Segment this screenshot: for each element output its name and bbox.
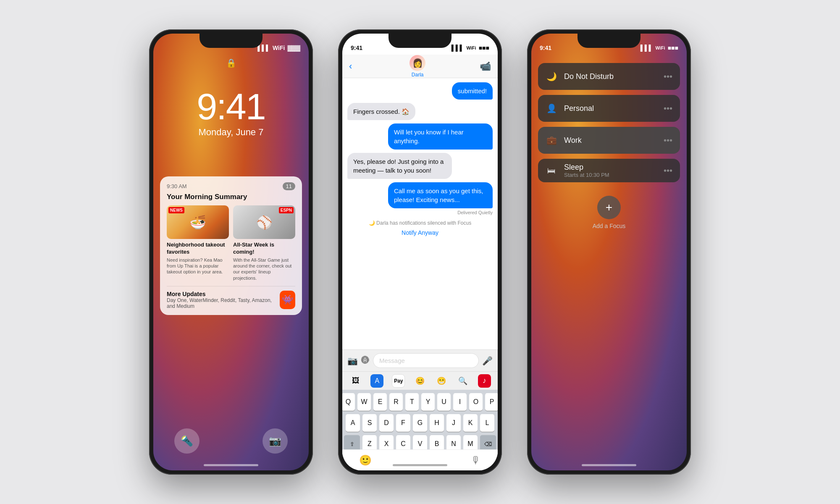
home-indicator-2[interactable]	[393, 464, 447, 466]
key-k[interactable]: K	[463, 414, 478, 432]
app-store-icon[interactable]: 🅐	[361, 356, 370, 365]
status-icons-3: ▌▌▌ WiFi ■■■	[640, 45, 678, 51]
news-item-1: NEWS Neighborhood takeout favorites Need…	[167, 205, 229, 281]
phone-messages: 9:41 ▌▌▌ WiFi ■■■ ‹ 👩 Darla 📹 submitted!…	[338, 29, 502, 475]
key-s[interactable]: S	[362, 414, 377, 432]
home-indicator-3[interactable]	[582, 464, 636, 466]
lock-date: Monday, June 7	[153, 127, 309, 138]
focus-personal[interactable]: 👤 Personal •••	[538, 95, 680, 122]
key-q[interactable]: Q	[342, 393, 355, 411]
battery-icon-2: ■■■	[479, 45, 489, 51]
lock-bottom-buttons: 🔦 📷	[153, 428, 309, 454]
key-a[interactable]: A	[346, 414, 360, 432]
news-desc-2: With the All-Star Game just around the c…	[233, 257, 295, 281]
key-f[interactable]: F	[396, 414, 410, 432]
notification-card[interactable]: 9:30 AM 11 Your Morning Summary NEWS Nei…	[160, 176, 302, 315]
contact-name: Darla	[412, 72, 424, 78]
notify-anyway-button[interactable]: Notify Anyway	[347, 229, 493, 236]
add-focus-section: + Add a Focus	[538, 196, 680, 229]
key-h[interactable]: H	[430, 414, 444, 432]
do-not-disturb-label: Do Not Disturb	[564, 72, 657, 81]
contact-info[interactable]: 👩 Darla	[355, 55, 480, 78]
appstore-strip-icon[interactable]: A	[370, 374, 383, 388]
wifi-icon: WiFi	[273, 45, 285, 51]
work-more[interactable]: •••	[664, 136, 672, 145]
focus-notice: 🌙 Darla has notifications silenced with …	[347, 220, 493, 226]
do-not-disturb-more[interactable]: •••	[664, 72, 672, 81]
work-icon: 💼	[546, 135, 557, 145]
battery-icon-3: ■■■	[668, 45, 678, 51]
add-focus-button[interactable]: +	[597, 196, 621, 219]
signal-icon-3: ▌▌▌	[640, 45, 653, 51]
key-d[interactable]: D	[379, 414, 394, 432]
notif-more: More Updates Day One, WaterMinder, Reddi…	[167, 286, 295, 309]
message-bubble-5: Call me as soon as you get this, please!…	[388, 182, 493, 208]
key-row-1: Q W E R T Y U I O P	[344, 393, 496, 411]
flashlight-button[interactable]: 🔦	[174, 428, 200, 454]
facetime-button[interactable]: 📹	[480, 61, 491, 72]
key-j[interactable]: J	[446, 414, 461, 432]
key-t[interactable]: T	[405, 393, 419, 411]
key-l[interactable]: L	[480, 414, 494, 432]
notif-header: 9:30 AM 11	[167, 182, 295, 190]
notif-badge: 11	[283, 182, 295, 190]
wifi-icon-2: WiFi	[467, 45, 476, 50]
focus-work[interactable]: 💼 Work •••	[538, 127, 680, 154]
emoji-button[interactable]: 🙂	[359, 454, 372, 466]
audio-input-icon[interactable]: 🎤	[482, 356, 493, 366]
sleep-text: Sleep Starts at 10:30 PM	[564, 163, 609, 178]
camera-input-icon[interactable]: 📷	[347, 356, 358, 366]
key-p[interactable]: P	[485, 393, 498, 411]
photos-icon[interactable]: 🖼	[349, 374, 362, 388]
news-title-2: All-Star Week is coming!	[233, 242, 295, 256]
mic-button[interactable]: 🎙	[471, 454, 481, 466]
lock-big-time: 9:41	[153, 88, 309, 125]
home-indicator[interactable]	[204, 464, 258, 466]
music-icon[interactable]: ♪	[478, 374, 491, 388]
more-title: More Updates	[167, 291, 280, 297]
personal-icon: 👤	[546, 103, 557, 113]
message-bubble-2: Fingers crossed. 🏠	[347, 103, 415, 120]
focus-sleep[interactable]: 🛏 Sleep Starts at 10:30 PM •••	[538, 159, 680, 182]
key-e[interactable]: E	[373, 393, 387, 411]
lock-time-display: 9:41 Monday, June 7	[153, 88, 309, 138]
focus-screen: 9:41 ▌▌▌ WiFi ■■■ 🌙 Do Not Disturb ••• 👤…	[531, 34, 687, 470]
status-icons: ▌▌▌ WiFi ▓▓▓	[257, 45, 300, 51]
key-i[interactable]: I	[453, 393, 467, 411]
key-w[interactable]: W	[357, 393, 371, 411]
sleep-title: Sleep	[564, 163, 609, 172]
message-bubble-4: Yes, please do! Just going into a meetin…	[347, 153, 452, 179]
notch	[200, 34, 262, 48]
key-u[interactable]: U	[437, 393, 451, 411]
work-label: Work	[564, 136, 657, 145]
sleep-more[interactable]: •••	[664, 166, 672, 176]
lock-screen: ▌▌▌ WiFi ▓▓▓ 🔒 9:41 Monday, June 7 9:30 …	[153, 34, 309, 470]
signal-icon-2: ▌▌▌	[452, 45, 464, 51]
message-header: ‹ 👩 Darla 📹	[342, 55, 498, 78]
focus-do-not-disturb[interactable]: 🌙 Do Not Disturb •••	[538, 63, 680, 90]
memoji-icon[interactable]: 😊	[413, 374, 426, 388]
key-g[interactable]: G	[413, 414, 427, 432]
camera-button[interactable]: 📷	[262, 428, 288, 454]
news-desc-1: Need inspiration? Kea Mao from Up Thai i…	[167, 257, 229, 275]
notch-2	[388, 34, 452, 48]
apple-pay-icon[interactable]: Pay	[392, 374, 405, 388]
key-r[interactable]: R	[389, 393, 403, 411]
news-item-2: ESPN All-Star Week is coming! With the A…	[233, 205, 295, 281]
key-o[interactable]: O	[469, 393, 483, 411]
key-y[interactable]: Y	[421, 393, 435, 411]
battery-icon: ▓▓▓	[287, 45, 300, 51]
emoji2-icon[interactable]: 😁	[435, 374, 448, 388]
personal-more[interactable]: •••	[664, 104, 672, 113]
notif-more-left: More Updates Day One, WaterMinder, Reddi…	[167, 291, 280, 309]
personal-label: Personal	[564, 104, 657, 113]
sleep-subtitle: Starts at 10:30 PM	[564, 172, 609, 178]
message-input[interactable]: Message	[373, 353, 479, 368]
news-badge-1: NEWS	[168, 207, 184, 213]
back-button[interactable]: ‹	[349, 61, 352, 72]
search-strip-icon[interactable]: 🔍	[457, 374, 470, 388]
message-bubble-1: submitted!	[452, 82, 493, 100]
message-bubble-3: Will let you know if I hear anything.	[388, 123, 493, 150]
do-not-disturb-icon: 🌙	[546, 71, 557, 81]
sleep-icon: 🛏	[546, 166, 557, 176]
